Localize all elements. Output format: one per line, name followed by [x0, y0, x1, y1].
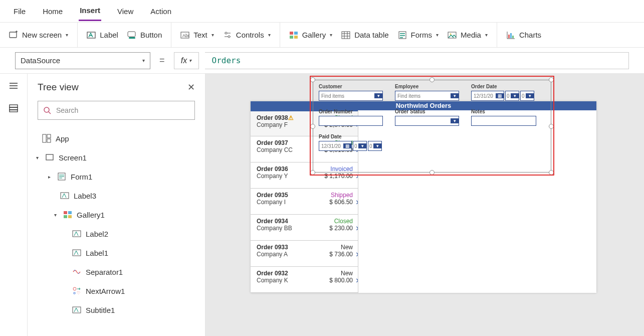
hour-text[interactable]: 0	[506, 93, 511, 99]
charts-dropdown[interactable]: Charts	[506, 31, 541, 40]
tree-node-label1[interactable]: Label1	[28, 243, 205, 262]
text-input[interactable]	[471, 116, 536, 126]
new-screen-button[interactable]: New screen ▾	[9, 31, 68, 40]
close-icon[interactable]: ✕	[187, 82, 195, 93]
svg-rect-13	[294, 32, 298, 35]
button-button[interactable]: Button	[127, 31, 162, 40]
text-input[interactable]	[319, 116, 383, 126]
calendar-icon[interactable]: ▦	[343, 143, 351, 148]
tree-label: Separator1	[86, 268, 123, 276]
minute-text[interactable]: 0	[368, 143, 373, 149]
app-icon	[42, 133, 52, 143]
tree-node-form1[interactable]: ▸ Form1	[28, 167, 205, 186]
card-employee[interactable]: Employee Find items▾	[395, 84, 459, 101]
company-name: Company I	[257, 199, 286, 206]
resize-handle[interactable]	[549, 170, 554, 175]
minute-text[interactable]: 0	[521, 93, 526, 99]
label-icon	[60, 191, 70, 201]
resize-handle[interactable]	[549, 124, 554, 129]
field-label: Order Date	[471, 84, 536, 89]
formula-input[interactable]	[205, 52, 629, 69]
field-label: Notes	[471, 109, 536, 114]
order-number: Order 0935	[257, 192, 288, 199]
resize-handle[interactable]	[310, 170, 315, 175]
card-order-date[interactable]: Order Date 12/31/20▦ 0▾ 0▾	[471, 84, 536, 101]
card-order-number[interactable]: Order Number	[319, 109, 383, 126]
tree-node-separator1[interactable]: Separator1	[28, 262, 205, 281]
chevron-down-icon[interactable]: ▾	[374, 93, 382, 98]
gallery-item[interactable]: Order 0934ClosedCompany BB$ 230.00›	[251, 215, 358, 241]
calendar-icon[interactable]: ▦	[496, 93, 504, 98]
resize-handle[interactable]	[310, 124, 315, 129]
hour-text[interactable]: 0	[353, 143, 358, 149]
combo-text[interactable]: Find items	[319, 93, 374, 99]
resize-handle[interactable]	[430, 77, 435, 82]
chevron-down-icon[interactable]: ▾	[451, 93, 459, 98]
order-amount: $ 736.00	[329, 251, 353, 258]
tree-node-app[interactable]: App	[28, 129, 205, 148]
form1-selection[interactable]: Customer Find items▾ Employee Find items…	[313, 80, 551, 173]
tree-list: App ▾ Screen1 ▸ Form1 Label3 ▾	[28, 127, 205, 319]
gallery-item[interactable]: Order 0933NewCompany A$ 736.00›	[251, 241, 358, 267]
svg-text:♡: ♡	[77, 291, 80, 295]
gallery-item[interactable]: Order 0935ShippedCompany I$ 606.50›	[251, 189, 358, 215]
resize-handle[interactable]	[310, 77, 315, 82]
tree-node-label2[interactable]: Label2	[28, 224, 205, 243]
svg-rect-50	[68, 211, 72, 214]
formula-bar: DataSource ▾ = fx ▾	[0, 48, 644, 74]
tree-node-gallery1[interactable]: ▾ Gallery1	[28, 205, 205, 224]
text-dropdown[interactable]: Abc Text ▾	[180, 31, 214, 40]
date-text[interactable]: 12/31/20	[472, 93, 496, 99]
svg-point-56	[78, 273, 79, 274]
card-customer[interactable]: Customer Find items▾	[319, 84, 383, 101]
menu-action[interactable]: Action	[149, 2, 172, 21]
resize-handle[interactable]	[430, 170, 435, 175]
menu-insert[interactable]: Insert	[79, 1, 101, 21]
field-label: Order Number	[319, 109, 383, 114]
chevron-down-icon: ▾	[211, 32, 214, 38]
card-paid-date[interactable]: Paid Date 12/31/20▦ 0▾ 0▾	[319, 134, 389, 151]
label-button[interactable]: Label	[87, 31, 118, 40]
collapse-icon[interactable]: ▾	[34, 155, 41, 160]
chevron-down-icon[interactable]: ▾	[511, 93, 519, 98]
svg-rect-35	[10, 105, 18, 107]
tree-search-input[interactable]: Search	[38, 101, 195, 120]
fx-label: fx	[181, 56, 187, 65]
expand-icon[interactable]: ▸	[46, 174, 53, 180]
card-notes[interactable]: Notes	[471, 109, 536, 126]
new-screen-label: New screen	[22, 31, 62, 39]
controls-dropdown[interactable]: Controls ▾	[223, 31, 271, 40]
svg-rect-49	[64, 211, 67, 214]
tree-node-screen1[interactable]: ▾ Screen1	[28, 148, 205, 167]
menu-view[interactable]: View	[116, 2, 134, 21]
charts-label: Charts	[519, 31, 541, 39]
chevron-down-icon[interactable]: ▾	[358, 143, 366, 148]
tree-node-label3[interactable]: Label3	[28, 186, 205, 205]
resize-handle[interactable]	[549, 77, 554, 82]
hamburger-icon[interactable]	[9, 81, 19, 92]
collapse-icon[interactable]: ▾	[52, 212, 59, 218]
chevron-down-icon[interactable]: ▾	[373, 143, 381, 148]
search-icon	[43, 106, 51, 114]
chevron-down-icon[interactable]: ▾	[451, 118, 459, 123]
order-number: Order 0936	[257, 165, 288, 173]
tree-view-icon[interactable]	[9, 103, 19, 115]
media-dropdown[interactable]: Media ▾	[448, 31, 488, 40]
tree-node-subtitle1[interactable]: Subtitle1	[28, 300, 205, 319]
date-text[interactable]: 12/31/20	[319, 143, 343, 149]
design-canvas[interactable]: Northwind Orders Order 0938⚠ClosedCompan…	[205, 74, 644, 336]
card-order-status[interactable]: Order Status ▾	[395, 109, 459, 126]
gallery-dropdown[interactable]: Gallery ▾	[289, 31, 333, 40]
combo-text[interactable]: Find items	[395, 93, 451, 99]
chevron-down-icon[interactable]: ▾	[526, 93, 534, 98]
data-table-button[interactable]: Data table	[341, 31, 388, 40]
fx-button[interactable]: fx ▾	[174, 52, 199, 69]
gallery-item[interactable]: Order 0932NewCompany K$ 800.00›	[251, 267, 358, 293]
tree-node-nextarrow1[interactable]: ♡ NextArrow1	[28, 281, 205, 300]
label-icon	[87, 31, 96, 40]
order-amount: $ 800.00	[329, 277, 353, 284]
menu-home[interactable]: Home	[42, 2, 64, 21]
property-selector[interactable]: DataSource ▾	[15, 52, 150, 69]
forms-dropdown[interactable]: Forms ▾	[398, 31, 439, 40]
menu-file[interactable]: File	[13, 2, 27, 21]
